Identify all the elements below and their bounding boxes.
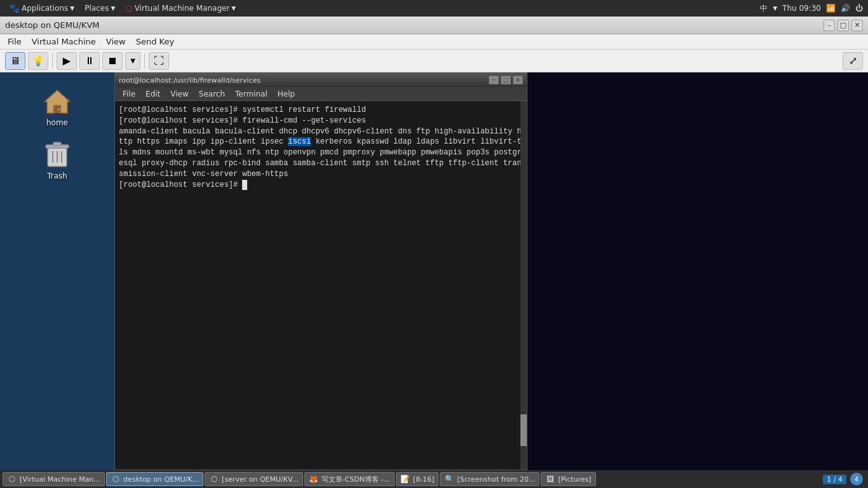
- toolbar-separator-1: [52, 53, 53, 69]
- svg-rect-5: [53, 142, 61, 146]
- clock: Thu 09:30: [782, 4, 821, 13]
- close-button[interactable]: ✕: [851, 20, 863, 31]
- app-icon: 🐾: [9, 3, 20, 13]
- power-icon[interactable]: ⏻: [855, 4, 863, 13]
- terminal-line-2: [root@localhost services]# firewall-cmd …: [119, 116, 523, 126]
- iscsi-highlight: iscsi: [288, 137, 311, 146]
- toolbar-fullscreen-btn[interactable]: ⛶: [149, 52, 169, 70]
- taskbar-screenshot-icon: 🔍: [444, 474, 454, 484]
- taskbar-vm-manager-label: [Virtual Machine Man...: [20, 475, 100, 484]
- virt-window-controls: – □ ✕: [824, 20, 863, 31]
- wifi-icon: 📶: [826, 4, 836, 13]
- term-menu-search[interactable]: Search: [194, 88, 230, 100]
- taskbar-desktop-qemu-label: desktop on QEMU/K...: [123, 475, 199, 484]
- menu-virtual-machine[interactable]: Virtual Machine: [27, 36, 101, 48]
- toolbar-monitor-btn[interactable]: 🖥: [5, 52, 25, 70]
- taskbar-server-qemu-label: [server on QEMU/KV...: [222, 475, 298, 484]
- taskbar-right: 1 / 4 4: [823, 473, 865, 485]
- terminal-maximize-btn[interactable]: □: [501, 76, 511, 85]
- terminal-line-4: [root@localhost services]#: [119, 180, 523, 191]
- taskbar-server-qemu[interactable]: ⬡ [server on QEMU/KV...: [205, 472, 302, 486]
- taskbar-editor-label: [8-16]: [413, 475, 435, 484]
- taskbar-editor[interactable]: 📝 [8-16]: [396, 472, 439, 486]
- trash-icon-label: Trash: [47, 172, 67, 180]
- minimize-button[interactable]: –: [824, 20, 835, 31]
- term-menu-terminal[interactable]: Terminal: [230, 88, 273, 100]
- places-menu[interactable]: Places ▼: [81, 3, 119, 14]
- top-bar-left: 🐾 Applications ▼ Places ▼ ⬡ Virtual Mach…: [5, 2, 240, 15]
- toolbar-separator-2: [144, 53, 145, 69]
- svg-point-2: [58, 109, 60, 111]
- taskbar-desktop-qemu-icon: ⬡: [111, 474, 121, 484]
- vm-manager-label: Virtual Machine Manager: [135, 4, 230, 13]
- terminal-titlebar: root@localhost:/usr/lib/firewalld/servic…: [115, 73, 527, 87]
- vm-manager-menu[interactable]: ⬡ Virtual Machine Manager ▼: [121, 3, 240, 15]
- taskbar-blog[interactable]: 🦊 写文章-CSDN博客 -...: [304, 472, 395, 486]
- virt-titlebar: desktop on QEMU/KVM – □ ✕: [0, 17, 868, 34]
- input-indicator[interactable]: 中: [760, 3, 768, 14]
- taskbar-blog-icon: 🦊: [309, 474, 319, 484]
- taskbar-vm-manager[interactable]: ⬡ [Virtual Machine Man...: [3, 472, 105, 486]
- terminal-line-3: amanda-client bacula bacula-client dhcp …: [119, 126, 523, 180]
- taskbar-pictures[interactable]: 🖼 [Pictures]: [541, 472, 595, 486]
- terminal-window-title: root@localhost:/usr/lib/firewalld/servic…: [119, 76, 261, 85]
- taskbar-editor-icon: 📝: [400, 474, 410, 484]
- terminal-close-btn[interactable]: ✕: [513, 76, 523, 85]
- applications-menu[interactable]: 🐾 Applications ▼: [5, 2, 78, 15]
- toolbar-stop-btn[interactable]: ⏹: [102, 52, 123, 70]
- vm-display-area: root@localhost:/usr/lib/firewalld/servic…: [114, 72, 868, 488]
- term-menu-file[interactable]: File: [118, 88, 140, 100]
- term-menu-view[interactable]: View: [165, 88, 193, 100]
- terminal-scrollbar-thumb[interactable]: [520, 414, 527, 446]
- desktop-sidebar: home Trash: [0, 72, 114, 488]
- places-label: Places: [85, 4, 109, 13]
- chevron-input-icon: ▼: [773, 5, 777, 11]
- workspace-indicator[interactable]: 4: [850, 473, 863, 485]
- taskbar-desktop-qemu[interactable]: ⬡ desktop on QEMU/K...: [106, 472, 203, 486]
- terminal-minimize-btn[interactable]: ─: [489, 76, 499, 85]
- terminal-line-1: [root@localhost services]# systemctl res…: [119, 105, 523, 116]
- menu-send-key[interactable]: Send Key: [131, 36, 179, 48]
- toolbar-bulb-btn[interactable]: 💡: [28, 52, 48, 70]
- right-dark-panel: [527, 72, 868, 488]
- toolbar-resize-btn[interactable]: ⤢: [843, 52, 863, 70]
- term-menu-edit[interactable]: Edit: [140, 88, 165, 100]
- toolbar-play-btn[interactable]: ▶: [57, 52, 77, 70]
- terminal-body[interactable]: [root@localhost services]# systemctl res…: [115, 101, 527, 470]
- toolbar-pause-btn[interactable]: ⏸: [79, 52, 100, 70]
- taskbar-vm-manager-icon: ⬡: [7, 474, 17, 484]
- taskbar-screenshot[interactable]: 🔍 [Screenshot from 20...: [440, 472, 539, 486]
- home-icon: [42, 88, 72, 116]
- terminal-scrollbar[interactable]: [520, 101, 527, 470]
- vm-icon: ⬡: [125, 4, 132, 13]
- taskbar-screenshot-label: [Screenshot from 20...: [457, 475, 535, 484]
- home-icon-label: home: [46, 118, 68, 127]
- virt-toolbar: 🖥 💡 ▶ ⏸ ⏹ ▼ ⛶ ⤢: [0, 50, 868, 72]
- apps-chevron-icon: ▼: [70, 5, 74, 11]
- toolbar-more-btn[interactable]: ▼: [125, 52, 140, 70]
- virt-content: home Trash: [0, 72, 868, 488]
- terminal-menubar: File Edit View Search Terminal Help: [115, 87, 527, 101]
- taskbar-blog-label: 写文章-CSDN博客 -...: [322, 475, 390, 484]
- vm-chevron-icon: ▼: [231, 5, 236, 11]
- home-desktop-icon[interactable]: home: [39, 85, 75, 130]
- virt-window-title: desktop on QEMU/KVM: [5, 20, 100, 30]
- menu-view[interactable]: View: [101, 36, 131, 48]
- top-bar: 🐾 Applications ▼ Places ▼ ⬡ Virtual Mach…: [0, 0, 868, 17]
- term-menu-help[interactable]: Help: [273, 88, 300, 100]
- menu-file[interactable]: File: [3, 36, 27, 48]
- virt-menubar: File Virtual Machine View Send Key: [0, 34, 868, 50]
- terminal-window-controls: ─ □ ✕: [489, 76, 523, 85]
- taskbar: ⬡ [Virtual Machine Man... ⬡ desktop on Q…: [0, 470, 868, 488]
- maximize-button[interactable]: □: [837, 20, 849, 31]
- taskbar-pictures-label: [Pictures]: [558, 475, 591, 484]
- taskbar-server-qemu-icon: ⬡: [209, 474, 219, 484]
- trash-desktop-icon[interactable]: Trash: [41, 136, 73, 183]
- applications-label: Applications: [22, 4, 68, 13]
- virt-manager-window: desktop on QEMU/KVM – □ ✕ File Virtual M…: [0, 17, 868, 488]
- volume-icon: 🔊: [841, 4, 850, 13]
- terminal-window: root@localhost:/usr/lib/firewalld/servic…: [114, 72, 527, 470]
- places-chevron-icon: ▼: [111, 5, 115, 11]
- page-indicator: 1 / 4: [823, 475, 846, 484]
- top-bar-right: 中 ▼ Thu 09:30 📶 🔊 ⏻: [760, 3, 863, 14]
